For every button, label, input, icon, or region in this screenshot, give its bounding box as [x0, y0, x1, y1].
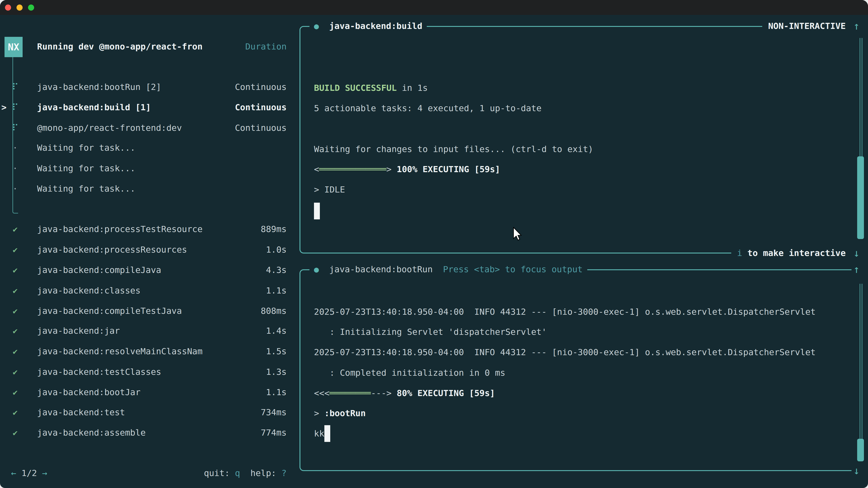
typed-input-line[interactable]: kk: [314, 423, 330, 444]
task-name: java-backend:processResources: [37, 239, 187, 260]
bootrun-output-pane[interactable]: ● java-backend:bootRun Press <tab> to fo…: [300, 269, 863, 471]
check-icon: ✔: [13, 326, 18, 335]
focus-hint: Press <tab> to focus output: [443, 264, 583, 274]
task-name: java-backend:jar: [37, 321, 120, 341]
scroll-down-icon[interactable]: ↓: [853, 247, 860, 259]
task-name: java-backend:classes: [37, 281, 141, 301]
window-titlebar: [0, 0, 868, 15]
pending-dot-icon: ·: [10, 158, 20, 178]
bootrun-progress-line: <<<════════---> 80% EXECUTING [59s]: [314, 383, 495, 403]
task-row-done[interactable]: ✔ java-backend:bootJar 1.1s: [0, 382, 300, 402]
task-status: Continuous: [235, 97, 287, 118]
task-row-bootrun[interactable]: ⠏ java-backend:bootRun [2] Continuous: [0, 77, 300, 97]
build-result-line: BUILD SUCCESSFUL in 1s: [314, 78, 428, 98]
task-name: java-backend:compileTestJava: [37, 301, 182, 321]
check-icon: ✔: [13, 347, 18, 356]
task-row-build-selected[interactable]: > ⠏ java-backend:build [1] Continuous: [0, 97, 300, 118]
task-duration: 4.3s: [266, 260, 287, 280]
task-row-done[interactable]: ✔ java-backend:jar 1.4s: [0, 321, 300, 341]
task-row-done[interactable]: ✔ java-backend:assemble 774ms: [0, 422, 300, 443]
scroll-up-icon[interactable]: ↑: [853, 263, 860, 275]
task-name: java-backend:bootJar: [37, 382, 141, 402]
log-line: : Completed initialization in 0 ms: [314, 363, 505, 383]
task-name: java-backend:resolveMainClassNam: [37, 341, 203, 361]
task-duration: 1.3s: [266, 362, 287, 382]
terminal-cursor: [324, 425, 330, 442]
build-progress-line: <═════════════> 100% EXECUTING [59s]: [314, 159, 500, 180]
check-icon: ✔: [13, 245, 18, 254]
bootrun-pane-footer: ↓: [300, 460, 863, 481]
task-row-done[interactable]: ✔ java-backend:testClasses 1.3s: [0, 362, 300, 382]
interactive-key-hint: i: [737, 248, 742, 258]
task-row-done[interactable]: ✔ java-backend:classes 1.1s: [0, 281, 300, 301]
pane-status-dot-icon: ●: [314, 22, 319, 31]
task-row-done[interactable]: ✔ java-backend:processTestResource 889ms: [0, 219, 300, 239]
progress-bar: ════════: [330, 388, 371, 398]
build-pane-header: ● java-backend:build NON-INTERACTIVE ↑: [300, 16, 863, 36]
task-row-done[interactable]: ✔ java-backend:processResources 1.0s: [0, 239, 300, 260]
task-row-done[interactable]: ✔ java-backend:resolveMainClassNam 1.5s: [0, 341, 300, 361]
task-row-done[interactable]: ✔ java-backend:compileTestJava 808ms: [0, 301, 300, 321]
minimize-button[interactable]: [17, 4, 23, 11]
bootrun-pane-scrollbar-thumb[interactable]: [857, 439, 864, 461]
check-icon: ✔: [13, 225, 18, 234]
task-row-done[interactable]: ✔ java-backend:test 734ms: [0, 402, 300, 422]
pane-title: java-backend:build: [329, 21, 422, 31]
duration-column-header: Duration: [245, 36, 287, 57]
typed-text: kk: [314, 429, 324, 438]
task-row-done[interactable]: ✔ java-backend:compileJava 4.3s: [0, 260, 300, 280]
log-line: 2025-07-23T13:40:18.950-04:00 INFO 44312…: [314, 342, 815, 362]
task-name: Waiting for task...: [37, 158, 135, 178]
task-name: java-backend:bootRun [2]: [37, 77, 161, 97]
log-line: 2025-07-23T13:40:18.950-04:00 INFO 44312…: [314, 302, 815, 322]
non-interactive-badge: NON-INTERACTIVE: [768, 21, 846, 31]
check-icon: ✔: [13, 265, 18, 275]
check-icon: ✔: [13, 428, 18, 437]
task-row-waiting[interactable]: · Waiting for task...: [0, 138, 300, 158]
task-status: Continuous: [235, 118, 287, 138]
pane-title: java-backend:bootRun: [329, 264, 433, 274]
pane-status-dot-icon: ●: [314, 265, 319, 274]
scroll-down-icon[interactable]: ↓: [853, 464, 860, 477]
progress-bar: ═════════════: [319, 164, 386, 174]
build-summary-line: 5 actionable tasks: 4 executed, 1 up-to-…: [314, 98, 541, 119]
build-idle-line: > IDLE: [314, 180, 345, 200]
spinner-icon: ⠏: [12, 82, 18, 92]
task-duration: 1.0s: [266, 239, 287, 260]
task-duration: 808ms: [261, 301, 287, 321]
task-duration: 889ms: [261, 219, 287, 239]
task-status: Continuous: [235, 77, 287, 97]
close-button[interactable]: [5, 4, 11, 11]
task-name: Waiting for task...: [37, 138, 135, 158]
task-row-frontend-dev[interactable]: ⠏ @mono-app/react-frontend:dev Continuou…: [0, 118, 300, 138]
pager-next-arrow[interactable]: →: [42, 468, 47, 478]
task-name: Waiting for task...: [37, 178, 135, 199]
pending-dot-icon: ·: [10, 138, 20, 158]
bootrun-pane-header: ● java-backend:bootRun Press <tab> to fo…: [300, 259, 863, 280]
task-name: java-backend:assemble: [37, 422, 146, 443]
terminal-cursor: [314, 203, 320, 219]
mouse-pointer-icon: [513, 227, 522, 241]
build-waiting-line: Waiting for changes to input files... (c…: [314, 139, 593, 159]
check-icon: ✔: [13, 286, 18, 295]
task-name: java-backend:processTestResource: [37, 219, 203, 239]
task-list-title: Running dev @mono-app/react-fron: [37, 36, 203, 57]
sidebar-header: Running dev @mono-app/react-fron Duratio…: [0, 36, 300, 57]
build-output-pane[interactable]: ● java-backend:build NON-INTERACTIVE ↑ B…: [300, 26, 863, 254]
build-pane-scrollbar-thumb[interactable]: [857, 156, 864, 239]
sidebar-footer: ← 1/2 → quit: q help: ?: [0, 463, 300, 483]
check-icon: ✔: [13, 388, 18, 397]
task-row-waiting[interactable]: · Waiting for task...: [0, 178, 300, 199]
check-icon: ✔: [13, 306, 18, 316]
pager-label: 1/2: [22, 468, 37, 478]
pager-prev-arrow[interactable]: ←: [11, 468, 16, 478]
selection-caret-icon: >: [1, 97, 6, 118]
build-cursor-line: [314, 201, 320, 221]
scroll-up-icon[interactable]: ↑: [853, 20, 860, 32]
check-icon: ✔: [13, 408, 18, 417]
spinner-icon: ⠏: [12, 102, 18, 112]
check-icon: ✔: [13, 367, 18, 377]
task-name: java-backend:compileJava: [37, 260, 161, 280]
zoom-button[interactable]: [28, 4, 34, 11]
task-row-waiting[interactable]: · Waiting for task...: [0, 158, 300, 178]
